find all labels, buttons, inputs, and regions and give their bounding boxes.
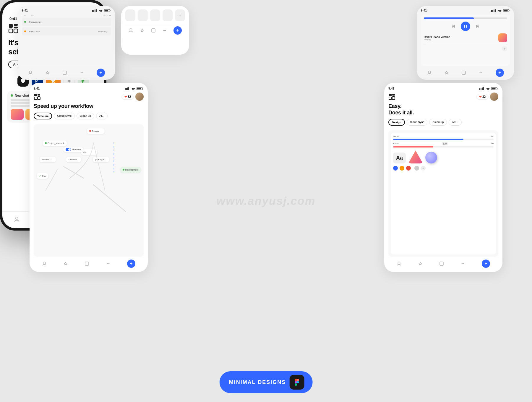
svg-rect-78 [9,29,13,33]
tag-timeline[interactable]: Timeline [34,113,52,119]
svg-rect-12 [152,29,155,32]
bottom-label-bar: MINIMAL DESIGNS [220,371,313,393]
card-top-right: 9:41 [417,6,514,80]
svg-rect-63 [440,262,443,265]
tag-cloudsync-r[interactable]: Cloud Sync [407,119,428,126]
chat-title: New chat [15,94,29,97]
bottom-label-text: MINIMAL DESIGNS [229,379,286,385]
nav-plus-right[interactable]: + [482,260,490,268]
svg-rect-79 [14,29,18,33]
svg-rect-75 [9,24,13,28]
card-mid-left: 9:41 ❤ 32 [30,83,148,272]
avatar-left [135,93,144,101]
tag-arti[interactable]: Arti... [449,119,462,126]
svg-rect-24 [452,25,452,28]
svg-rect-77 [14,27,18,28]
tags-right: Design Cloud Sync Clean up Arti... [388,119,498,126]
tag-more-l[interactable]: Ar... [96,113,108,119]
tags-left: Timeline Cloud Sync Clean up Ar... [34,113,144,119]
nav-plus-tr[interactable]: + [496,69,504,77]
tag-design[interactable]: Design [388,119,405,126]
svg-rect-90 [295,379,297,381]
bottom-nav-left: + [34,257,144,268]
svg-point-14 [164,30,165,31]
status-tr: 9:41 [421,9,510,12]
svg-rect-92 [295,383,297,386]
time-tl: 9:41 [22,9,28,12]
nav-plus-chat[interactable]: + [173,26,182,35]
status-icons-tl [92,9,111,12]
color-palette: + [393,166,494,171]
wf-node-dev: Development [120,167,141,173]
svg-rect-34 [127,87,128,90]
svg-rect-40 [34,94,37,96]
svg-rect-39 [143,88,143,89]
hero-right: Easy.Does it all. [388,103,498,116]
svg-rect-35 [128,87,129,90]
app-header-right: ❤ 32 [388,93,498,101]
svg-rect-52 [482,87,483,90]
svg-point-64 [462,263,463,264]
svg-rect-26 [466,25,467,28]
bottom-nav-chat: + [125,24,185,35]
tag-cleanup-l[interactable]: Clean up [77,113,94,119]
center-logo [8,23,18,33]
svg-rect-25 [464,25,465,28]
wf-node-design: Design [87,128,105,134]
svg-rect-76 [14,24,18,26]
nav-plus-tl[interactable]: + [97,69,105,77]
play-button[interactable] [461,22,470,31]
svg-rect-61 [389,97,392,100]
watermark: www.anyusj.com [217,195,316,208]
timeline-bar-effects: Effects.mp4 rendering... [22,27,111,35]
nav-profile-icon[interactable] [14,216,20,223]
bottom-nav-right: + [388,257,498,268]
svg-rect-28 [462,71,466,74]
svg-rect-50 [479,88,480,90]
music-controls [424,22,507,31]
svg-point-48 [108,263,109,264]
tag-cleanup-r[interactable]: Clean up [429,119,447,126]
svg-rect-18 [494,9,494,12]
time-right: 9:41 [388,87,394,90]
svg-rect-32 [125,88,126,90]
hero-left: Speed up your workflow [34,103,144,110]
svg-point-66 [463,263,464,264]
svg-rect-33 [126,88,127,90]
svg-rect-44 [38,97,40,100]
svg-point-11 [82,72,83,73]
chat-status-dot [11,94,13,97]
svg-rect-19 [495,9,496,12]
svg-point-9 [81,72,82,73]
svg-rect-22 [504,10,508,11]
tag-cloudsync-l[interactable]: Cloud Sync [54,113,75,119]
svg-point-13 [163,30,164,31]
wf-node-cia: ✓ CIA [37,173,48,179]
design-canvas: Depth5.4 Kflowo1090 [388,130,498,257]
card-mid-right: 9:41 ❤ 32 [384,83,502,272]
svg-point-49 [109,263,110,264]
wf-node-etask: ela [81,149,97,155]
svg-rect-7 [110,10,111,11]
svg-rect-17 [492,10,493,12]
svg-rect-6 [105,10,108,11]
nav-plus-left[interactable]: + [127,260,135,268]
top-left-status: 9:41 [22,9,111,12]
logo-right [388,93,395,100]
svg-rect-0 [92,10,93,12]
logo-left [34,93,41,100]
svg-rect-58 [389,94,392,96]
svg-point-36 [133,90,134,90]
svg-rect-43 [34,97,37,100]
svg-rect-62 [392,97,395,100]
svg-rect-93 [297,379,299,381]
depth-slider: Depth5.4 [393,135,494,140]
flow-slider: Kflowo1090 [393,142,494,147]
wf-node-prototype: prototype [93,157,109,162]
svg-rect-42 [38,95,40,97]
svg-rect-8 [63,71,66,74]
svg-rect-51 [481,88,481,90]
status-left: 9:41 [34,87,144,90]
status-icons-tr [491,9,510,12]
time-left: 9:41 [34,87,40,90]
